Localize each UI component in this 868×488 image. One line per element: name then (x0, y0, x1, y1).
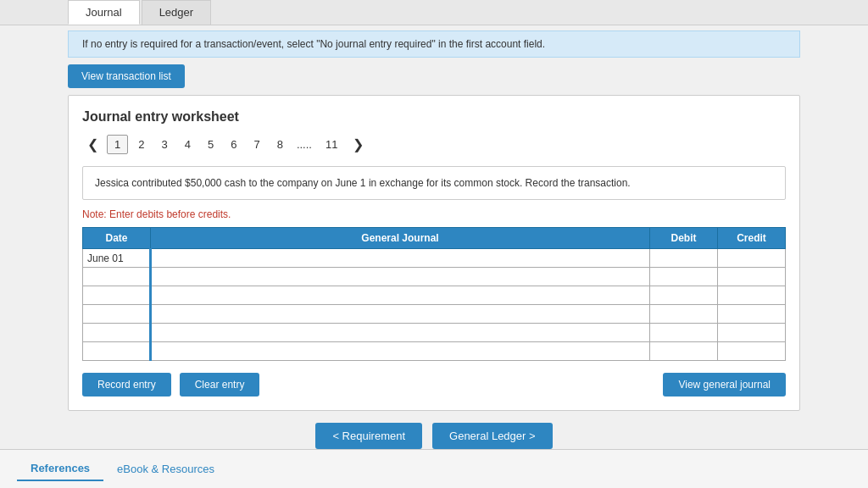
col-header-date: Date (83, 228, 151, 249)
journal-input-1[interactable] (152, 249, 649, 267)
debit-cell-5[interactable] (650, 324, 718, 342)
tab-journal[interactable]: Journal (68, 0, 140, 25)
credit-input-5[interactable] (718, 324, 785, 341)
credit-cell-2[interactable] (718, 268, 786, 286)
page-8-button[interactable]: 8 (270, 136, 290, 153)
date-cell-2 (83, 268, 151, 286)
date-cell-5 (83, 324, 151, 342)
debit-input-4[interactable] (650, 305, 717, 323)
page-5-button[interactable]: 5 (201, 136, 220, 153)
info-banner: If no entry is required for a transactio… (68, 30, 800, 58)
credit-cell-3[interactable] (718, 286, 786, 305)
worksheet-title: Journal entry worksheet (82, 109, 786, 125)
debit-cell-3[interactable] (650, 286, 718, 305)
journal-cell-5[interactable] (151, 324, 650, 342)
col-header-credit: Credit (718, 228, 786, 249)
table-row (83, 268, 786, 286)
view-general-journal-button[interactable]: View general journal (663, 373, 786, 396)
date-cell-4 (83, 305, 151, 324)
requirement-button[interactable]: < Requirement (315, 423, 422, 449)
top-tabs: Journal Ledger (0, 0, 868, 25)
debit-input-3[interactable] (650, 286, 717, 304)
credit-cell-4[interactable] (718, 305, 786, 324)
table-row: June 01 (83, 249, 786, 268)
table-row (83, 342, 786, 361)
credit-cell-5[interactable] (718, 324, 786, 342)
debit-input-2[interactable] (650, 268, 717, 286)
bottom-tabs: References eBook & Resources (0, 449, 868, 488)
page-3-button[interactable]: 3 (154, 136, 174, 153)
tab-references[interactable]: References (17, 457, 103, 481)
credit-input-2[interactable] (718, 268, 785, 286)
journal-input-2[interactable] (152, 268, 649, 286)
page-dots: ..... (293, 136, 315, 153)
action-buttons: Record entry Clear entry View general jo… (82, 373, 786, 396)
debit-cell-4[interactable] (650, 305, 718, 324)
table-row (83, 305, 786, 324)
journal-input-5[interactable] (152, 324, 649, 341)
journal-cell-3[interactable] (151, 286, 650, 305)
note-text: Note: Enter debits before credits. (82, 208, 786, 220)
journal-cell-6[interactable] (151, 342, 650, 361)
journal-input-4[interactable] (152, 305, 649, 323)
tab-ledger[interactable]: Ledger (142, 0, 211, 25)
record-entry-button[interactable]: Record entry (82, 373, 171, 396)
journal-input-3[interactable] (152, 286, 649, 304)
credit-cell-1[interactable] (718, 249, 786, 268)
table-row (83, 286, 786, 305)
pagination: ❮ 1 2 3 4 5 6 7 8 ..... 11 ❯ (82, 135, 786, 154)
page-1-button[interactable]: 1 (107, 135, 128, 154)
date-cell-3 (83, 286, 151, 305)
clear-entry-button[interactable]: Clear entry (180, 373, 260, 396)
worksheet-container: Journal entry worksheet ❮ 1 2 3 4 5 6 7 … (68, 95, 800, 411)
transaction-description: Jessica contributed $50,000 cash to the … (82, 166, 786, 200)
journal-table: Date General Journal Debit Credit June 0… (82, 227, 786, 361)
debit-input-1[interactable] (650, 249, 717, 267)
info-banner-text: If no entry is required for a transactio… (82, 38, 545, 50)
page-2-button[interactable]: 2 (131, 136, 151, 153)
nav-buttons: < Requirement General Ledger > (0, 423, 868, 449)
journal-cell-2[interactable] (151, 268, 650, 286)
next-page-button[interactable]: ❯ (348, 135, 369, 154)
view-transaction-button[interactable]: View transaction list (68, 64, 185, 88)
page-4-button[interactable]: 4 (178, 136, 198, 153)
debit-input-6[interactable] (650, 342, 717, 360)
prev-page-button[interactable]: ❮ (82, 135, 103, 154)
journal-cell-1[interactable] (151, 249, 650, 268)
general-ledger-button[interactable]: General Ledger > (432, 423, 553, 449)
credit-input-3[interactable] (718, 286, 785, 304)
journal-cell-4[interactable] (151, 305, 650, 324)
credit-cell-6[interactable] (718, 342, 786, 361)
credit-input-1[interactable] (718, 249, 785, 267)
page-6-button[interactable]: 6 (224, 136, 243, 153)
page-7-button[interactable]: 7 (247, 136, 266, 153)
col-header-debit: Debit (650, 228, 718, 249)
debit-input-5[interactable] (650, 324, 717, 341)
table-row (83, 324, 786, 342)
credit-input-4[interactable] (718, 305, 785, 323)
page-11-button[interactable]: 11 (319, 136, 344, 153)
date-cell-6 (83, 342, 151, 361)
col-header-journal: General Journal (151, 228, 650, 249)
debit-cell-6[interactable] (650, 342, 718, 361)
date-cell-1: June 01 (83, 249, 151, 268)
debit-cell-1[interactable] (650, 249, 718, 268)
journal-input-6[interactable] (152, 342, 649, 360)
tab-ebook-resources[interactable]: eBook & Resources (103, 457, 228, 481)
debit-cell-2[interactable] (650, 268, 718, 286)
credit-input-6[interactable] (718, 342, 785, 360)
